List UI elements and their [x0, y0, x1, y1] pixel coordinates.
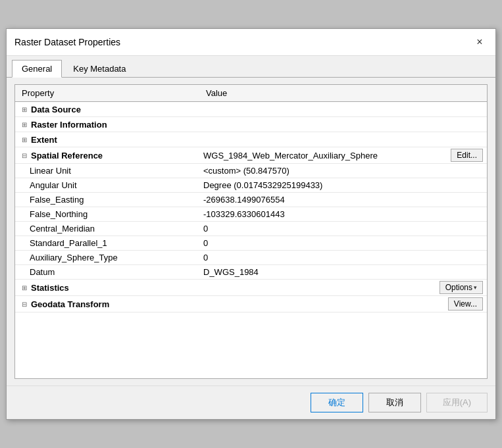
- property-label: Linear Unit: [30, 166, 71, 176]
- value-cell: 0: [199, 236, 482, 250]
- footer: 确定 取消 应用(A): [7, 386, 495, 419]
- property-cell: Standard_Parallel_1: [15, 236, 199, 250]
- expand-icon[interactable]: ⊞: [19, 134, 30, 145]
- property-label: Standard_Parallel_1: [30, 238, 107, 248]
- table-row: Auxiliary_Sphere_Type 0: [15, 251, 487, 265]
- button-area: Edit...: [447, 147, 487, 163]
- dialog: Raster Dataset Properties × General Key …: [6, 28, 496, 420]
- expand-icon[interactable]: ⊞: [19, 282, 30, 293]
- property-cell: ⊞ Data Source: [15, 102, 199, 116]
- empty-space: [15, 312, 487, 391]
- property-label: Datum: [30, 267, 55, 277]
- property-cell: ⊟ Geodata Transform: [15, 297, 199, 311]
- property-cell: Linear Unit: [15, 164, 199, 178]
- property-label: Spatial Reference: [31, 151, 103, 161]
- cancel-button[interactable]: 取消: [368, 393, 421, 412]
- table-row: Angular Unit Degree (0.0174532925199433): [15, 178, 487, 193]
- value-cell: -269638.1499076554: [199, 193, 482, 207]
- properties-table: Property Value ⊞ Data Source ⊞: [14, 84, 488, 379]
- table-row: ⊟ Spatial Reference WGS_1984_Web_Mercato…: [15, 147, 487, 164]
- property-label: Geodata Transform: [31, 299, 109, 309]
- value-cell: 0: [199, 251, 482, 264]
- confirm-button[interactable]: 确定: [311, 393, 363, 412]
- button-area: View...: [444, 296, 487, 312]
- table-row: False_Northing -103329.6330601443: [15, 207, 487, 222]
- table-header: Property Value: [15, 85, 487, 102]
- property-label: False_Easting: [30, 195, 84, 205]
- view-geodata-button[interactable]: View...: [448, 297, 483, 311]
- title-bar: Raster Dataset Properties ×: [7, 29, 495, 56]
- table-body: ⊞ Data Source ⊞ Raster Information: [15, 102, 487, 378]
- expand-icon[interactable]: ⊟: [19, 150, 30, 161]
- expand-icon[interactable]: ⊟: [19, 299, 30, 309]
- value-cell: Degree (0.0174532925199433): [199, 178, 482, 192]
- options-statistics-button[interactable]: Options ▾: [439, 281, 483, 294]
- button-area: Options ▾: [436, 280, 487, 295]
- property-cell: Central_Meridian: [15, 222, 199, 236]
- property-cell: Angular Unit: [15, 178, 199, 192]
- table-row: ⊞ Raster Information: [15, 117, 487, 132]
- options-label: Options: [445, 283, 472, 292]
- property-cell: ⊞ Statistics: [15, 280, 199, 295]
- value-cell: [199, 122, 482, 126]
- table-row: ⊞ Statistics Options ▾: [15, 280, 487, 296]
- value-cell: [199, 286, 436, 289]
- value-cell: [199, 137, 482, 141]
- property-label: Auxiliary_Sphere_Type: [30, 253, 118, 262]
- tabs-container: General Key Metadata: [7, 56, 495, 78]
- header-property: Property: [19, 87, 203, 99]
- property-cell: ⊞ Extent: [15, 132, 199, 147]
- property-label: Angular Unit: [30, 180, 77, 190]
- edit-spatial-ref-button[interactable]: Edit...: [451, 149, 483, 162]
- expand-icon[interactable]: ⊞: [19, 104, 30, 114]
- table-row: ⊟ Geodata Transform View...: [15, 296, 487, 312]
- dialog-title: Raster Dataset Properties: [14, 37, 120, 47]
- property-cell: False_Northing: [15, 207, 199, 221]
- value-cell: D_WGS_1984: [199, 265, 482, 279]
- tab-general[interactable]: General: [12, 60, 62, 78]
- dropdown-arrow-icon: ▾: [474, 284, 477, 291]
- value-cell: WGS_1984_Web_Mercator_Auxiliary_Sphere: [199, 149, 447, 162]
- content-area: Property Value ⊞ Data Source ⊞: [7, 78, 495, 386]
- property-label: Data Source: [31, 105, 81, 114]
- table-row: ⊞ Data Source: [15, 102, 487, 117]
- value-cell: [199, 107, 482, 111]
- header-value: Value: [203, 87, 483, 99]
- table-row: False_Easting -269638.1499076554: [15, 193, 487, 207]
- table-row: Linear Unit <custom> (50.847570): [15, 164, 487, 178]
- property-label: Central_Meridian: [30, 224, 95, 234]
- property-cell: False_Easting: [15, 193, 199, 207]
- property-label: Statistics: [31, 283, 69, 293]
- table-row: Central_Meridian 0: [15, 222, 487, 236]
- property-label: False_Northing: [30, 209, 88, 219]
- property-label: Extent: [31, 135, 57, 145]
- value-cell: -103329.6330601443: [199, 207, 482, 221]
- table-row: ⊞ Extent: [15, 132, 487, 147]
- table-row: Standard_Parallel_1 0: [15, 236, 487, 251]
- value-cell: <custom> (50.847570): [199, 164, 482, 178]
- value-cell: [199, 302, 444, 306]
- table-row: Datum D_WGS_1984: [15, 265, 487, 280]
- property-label: Raster Information: [31, 120, 107, 130]
- property-cell: ⊞ Raster Information: [15, 117, 199, 132]
- expand-icon[interactable]: ⊞: [19, 119, 30, 130]
- property-cell: Auxiliary_Sphere_Type: [15, 251, 199, 264]
- apply-button[interactable]: 应用(A): [426, 393, 488, 412]
- tab-key-metadata[interactable]: Key Metadata: [63, 60, 136, 77]
- close-button[interactable]: ×: [472, 34, 488, 50]
- property-cell: Datum: [15, 265, 199, 279]
- value-cell: 0: [199, 222, 482, 236]
- property-cell: ⊟ Spatial Reference: [15, 148, 199, 162]
